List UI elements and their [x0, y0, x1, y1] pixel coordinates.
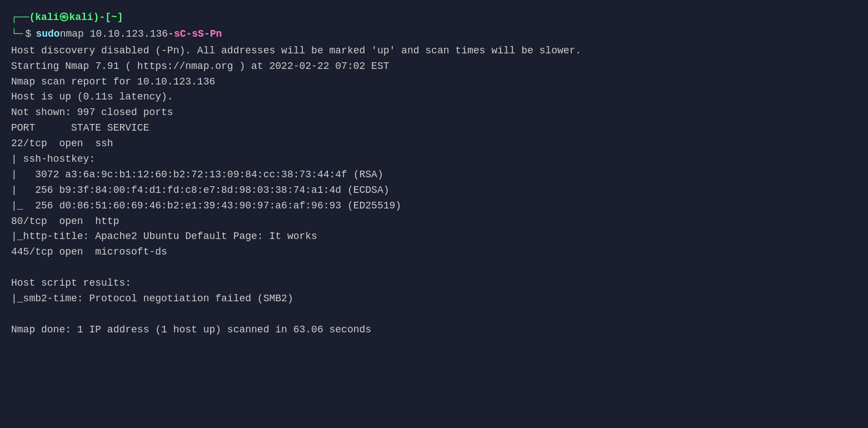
- cmd-sudo: sudo: [36, 27, 59, 42]
- output-line-9: | 256 b9:3f:84:00:f4:d1:fd:c8:e7:8d:98:0…: [11, 183, 857, 198]
- prompt-arrow: └─: [11, 27, 23, 42]
- cmd-nmap: nmap 10.10.123.136: [60, 27, 168, 42]
- terminal-window: ┌──(kali㉿kali)-[~] └─$sudo nmap 10.10.12…: [11, 10, 857, 338]
- output-line-2: Nmap scan report for 10.10.123.136: [11, 74, 857, 90]
- prompt-line-2: └─$sudo nmap 10.10.123.136 -sC -sS -Pn: [11, 27, 857, 42]
- output-line-6: 22/tcp open ssh: [11, 136, 857, 152]
- output-line-11: 80/tcp open http: [11, 214, 857, 230]
- output-line-3: Host is up (0.11s latency).: [11, 89, 857, 105]
- cmd-flag-pn: -Pn: [204, 27, 222, 42]
- output-line-8: | 3072 a3:6a:9c:b1:12:60:b2:72:13:09:84:…: [11, 167, 857, 183]
- prompt-host: kali: [69, 10, 93, 26]
- output-line-1: Starting Nmap 7.91 ( https://nmap.org ) …: [11, 59, 857, 74]
- output-line-0: Host discovery disabled (-Pn). All addre…: [11, 43, 857, 59]
- output-line-4: Not shown: 997 closed ports: [11, 105, 857, 121]
- cmd-flag-sc: -sC: [168, 27, 186, 42]
- output-line-15: Host script results:: [11, 276, 857, 291]
- output-line-13: 445/tcp open microsoft-ds: [11, 245, 857, 260]
- empty-line-2: [11, 307, 857, 322]
- prompt-dollar: $: [26, 27, 32, 42]
- prompt-at: ㉿: [59, 10, 69, 26]
- output-line-10: |_ 256 d0:86:51:60:69:46:b2:e1:39:43:90:…: [11, 198, 857, 214]
- bracket-open: ┌──(: [11, 10, 35, 26]
- output-line-18: Nmap done: 1 IP address (1 host up) scan…: [11, 322, 857, 338]
- empty-line-1: [11, 260, 857, 276]
- prompt-line-1: ┌──(kali㉿kali)-[~]: [11, 10, 857, 26]
- output-line-12: |_http-title: Apache2 Ubuntu Default Pag…: [11, 229, 857, 245]
- bracket-close: )-[~]: [93, 10, 123, 26]
- cmd-flag-ss: -sS: [186, 27, 203, 42]
- output-line-5: PORT STATE SERVICE: [11, 121, 857, 136]
- output-line-7: | ssh-hostkey:: [11, 152, 857, 167]
- output-line-16: |_smb2-time: Protocol negotiation failed…: [11, 291, 857, 307]
- prompt-user: kali: [35, 10, 59, 26]
